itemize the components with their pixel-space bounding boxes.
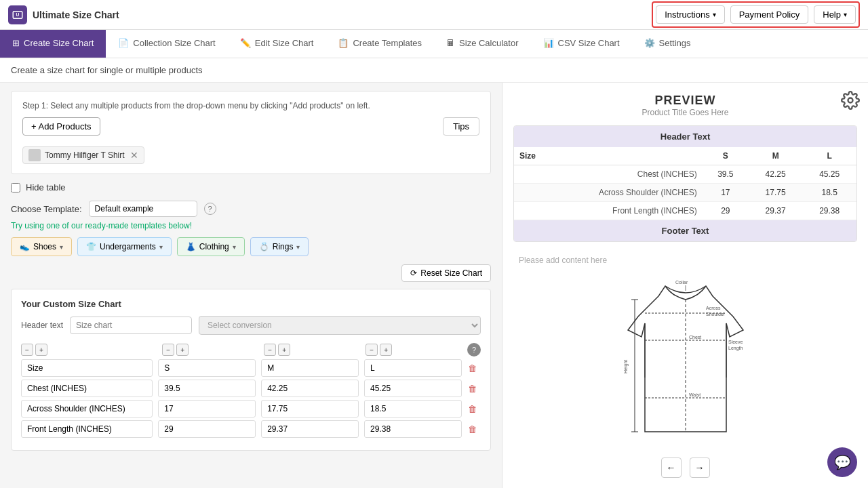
calculator-icon: 🖩: [446, 38, 455, 48]
reset-size-chart-button[interactable]: ⟳ Reset Size Chart: [401, 264, 491, 282]
cell-input-r3-c1[interactable]: [158, 420, 256, 438]
preview-header-text: Header Text: [514, 126, 856, 147]
svg-text:Sleeve: Sleeve: [728, 340, 743, 344]
delete-row-button[interactable]: 🗑: [465, 421, 481, 437]
header-text-row: Header text Select conversion: [21, 316, 481, 335]
cell-input-r2-c2[interactable]: [261, 400, 359, 418]
help-icon[interactable]: ?: [204, 203, 216, 215]
delete-row-button[interactable]: 🗑: [465, 401, 481, 417]
shirt-diagram: Collar Across Shoulder Chest Sleeve Leng…: [513, 276, 857, 452]
template-btn-clothing[interactable]: 👗 Clothing ▾: [177, 237, 245, 256]
table-rows: 🗑🗑🗑🗑: [21, 359, 481, 438]
tab-csv-size-chart[interactable]: 📊 CSV Size Chart: [531, 30, 632, 58]
suggestion-text: Try using one of our ready-made template…: [11, 221, 491, 230]
chevron-down-icon: ▾: [60, 243, 63, 251]
cell-input-r0-c0[interactable]: [21, 359, 153, 377]
preview-data-row: Across Shoulder (INCHES) 17 17.75 18.5: [514, 184, 856, 202]
tab-create-templates[interactable]: 📋 Create Templates: [326, 30, 434, 58]
shoes-icon: 👟: [20, 242, 30, 251]
undergarments-icon: 👕: [86, 242, 96, 251]
cell-input-r1-c1[interactable]: [158, 380, 256, 397]
cell-input-r1-c2[interactable]: [261, 380, 359, 397]
template-select[interactable]: Default example: [89, 201, 197, 217]
top-bar: U Ultimate Size Chart Instructions ▾ Pay…: [0, 0, 868, 30]
svg-text:Height: Height: [623, 360, 629, 373]
cell-input-r2-c0[interactable]: [21, 400, 153, 418]
svg-text:Length: Length: [728, 346, 743, 351]
template-btn-shoes[interactable]: 👟 Shoes ▾: [11, 237, 72, 256]
template-btn-rings[interactable]: 💍 Rings ▾: [250, 237, 309, 256]
header-text-input[interactable]: [70, 317, 192, 334]
preview-table: Header Text Size S M L Chest (INCHES) 39…: [514, 126, 856, 241]
template-buttons: 👟 Shoes ▾ 👕 Undergarments ▾ 👗 Clothing ▾…: [11, 237, 491, 256]
template-label: Choose Template:: [11, 204, 82, 214]
tab-settings[interactable]: ⚙️ Settings: [632, 30, 703, 58]
nav-tabs: ⊞ Create Size Chart 📄 Collection Size Ch…: [0, 30, 868, 58]
clothing-icon: 👗: [186, 242, 196, 251]
col3-plus-btn[interactable]: +: [380, 344, 392, 356]
top-actions-group: Instructions ▾ Payment Policy Help ▾: [652, 1, 860, 28]
please-add-content: Please add content here: [513, 250, 857, 270]
table-row: 🗑: [21, 400, 481, 418]
table-icon: 📊: [543, 38, 554, 48]
conversion-select[interactable]: Select conversion: [199, 316, 481, 335]
cell-input-r2-c1[interactable]: [158, 400, 256, 418]
preview-header: PREVIEW Product Title Goes Here: [513, 94, 857, 117]
cell-input-r1-c3[interactable]: [364, 380, 462, 397]
step-box: Step 1: Select any multiple products fro…: [11, 91, 491, 174]
cell-input-r3-c2[interactable]: [261, 420, 359, 438]
col1-plus-btn[interactable]: +: [176, 344, 189, 356]
cell-input-r2-c3[interactable]: [364, 400, 462, 418]
prev-arrow-button[interactable]: ←: [661, 458, 682, 478]
next-arrow-button[interactable]: →: [690, 458, 710, 478]
instructions-button[interactable]: Instructions ▾: [656, 5, 724, 24]
chat-bubble-button[interactable]: 💬: [827, 447, 857, 477]
col3-minus-btn[interactable]: −: [366, 344, 378, 356]
preview-data-row: Front Length (INCHES) 29 29.37 29.38: [514, 202, 856, 220]
chevron-down-icon: ▾: [296, 243, 300, 251]
cell-input-r1-c0[interactable]: [21, 380, 153, 397]
reset-icon: ⟳: [410, 268, 417, 278]
col2-plus-btn[interactable]: +: [278, 344, 290, 356]
shirt-svg: Collar Across Shoulder Chest Sleeve Leng…: [618, 276, 753, 452]
gear-icon: ⚙️: [644, 38, 655, 48]
product-thumbnail: [28, 149, 41, 161]
table-help-button[interactable]: ?: [467, 343, 481, 357]
help-button[interactable]: Help ▾: [814, 5, 856, 24]
svg-text:U: U: [16, 12, 20, 17]
tab-create-size-chart[interactable]: ⊞ Create Size Chart: [0, 30, 106, 58]
main-layout: Step 1: Select any multiple products fro…: [0, 83, 868, 488]
tab-size-calculator[interactable]: 🖩 Size Calculator: [434, 30, 530, 58]
add-products-button[interactable]: + Add Products: [22, 117, 100, 136]
chevron-down-icon: ▾: [159, 243, 163, 251]
tips-button[interactable]: Tips: [443, 117, 479, 136]
payment-policy-button[interactable]: Payment Policy: [730, 5, 809, 24]
tag-remove-button[interactable]: ✕: [130, 150, 138, 161]
template-btn-undergarments[interactable]: 👕 Undergarments ▾: [77, 237, 172, 256]
svg-text:Across: Across: [706, 306, 721, 310]
brand: U Ultimate Size Chart: [8, 5, 119, 24]
col0-minus-btn[interactable]: −: [21, 344, 33, 356]
cell-input-r0-c3[interactable]: [364, 359, 462, 377]
cell-input-r0-c1[interactable]: [158, 359, 256, 377]
tab-collection-size-chart[interactable]: 📄 Collection Size Chart: [106, 30, 227, 58]
tab-edit-size-chart[interactable]: ✏️ Edit Size Chart: [228, 30, 326, 58]
brand-name: Ultimate Size Chart: [33, 9, 119, 20]
settings-gear-button[interactable]: [841, 91, 860, 110]
nav-arrows: ← →: [513, 458, 857, 478]
delete-row-button[interactable]: 🗑: [465, 360, 481, 376]
custom-chart-box: Your Custom Size Chart Header text Selec…: [11, 289, 491, 451]
hide-table-checkbox[interactable]: [11, 183, 20, 192]
col1-minus-btn[interactable]: −: [162, 344, 174, 356]
svg-text:Waist: Waist: [689, 392, 701, 397]
svg-point-2: [848, 98, 853, 103]
cell-input-r3-c0[interactable]: [21, 420, 153, 438]
col0-plus-btn[interactable]: +: [35, 344, 47, 356]
col2-minus-btn[interactable]: −: [264, 344, 276, 356]
hide-table-label: Hide table: [26, 182, 66, 192]
cell-input-r0-c2[interactable]: [261, 359, 359, 377]
step-text: Step 1: Select any multiple products fro…: [22, 101, 479, 110]
left-panel: Step 1: Select any multiple products fro…: [0, 83, 502, 488]
cell-input-r3-c3[interactable]: [364, 420, 462, 438]
delete-row-button[interactable]: 🗑: [465, 380, 481, 396]
